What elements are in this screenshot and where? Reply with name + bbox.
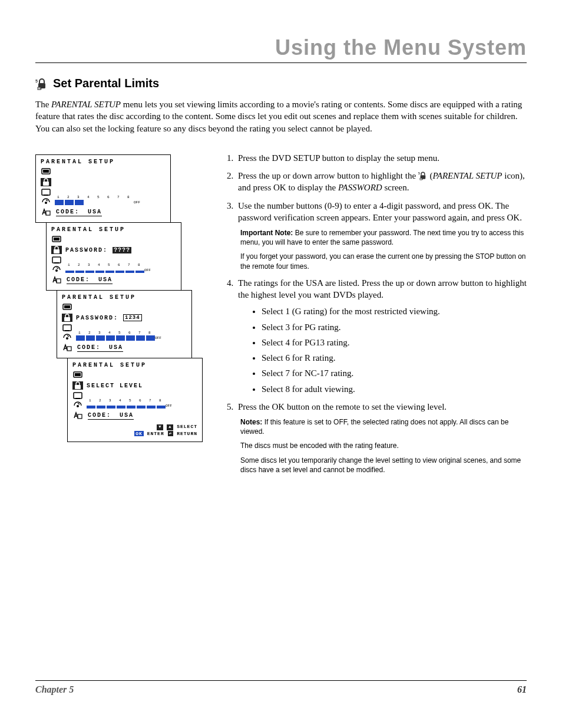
language-icon [51,276,62,284]
osd-title: PARENTAL SETUP [72,362,197,368]
note-label: Important Note: [240,229,293,237]
password-label: PASSWORD: [76,315,118,321]
lock-icon [72,381,83,390]
list-item: Select 4 for PG13 rating. [262,337,527,348]
list-item: Select 6 for R rating. [262,352,527,364]
step-1: Press the DVD SETUP button to display th… [236,152,527,164]
step-4: The ratings for the USA are listed. Pres… [236,277,527,395]
rating-bar: 1 2 3 4 5 6 7 8 OFF [55,200,166,205]
list-item: Select 1 (G rating) for the most restric… [262,305,527,317]
osd-title: PARENTAL SETUP [62,294,187,301]
down-arrow-icon: ▼ [157,424,163,430]
page-title: Using the Menu System [35,35,527,60]
code-row: CODE: USA [67,276,113,284]
section-heading: Set Parental Limits [53,77,159,90]
list-item: Select 8 for adult viewing. [262,383,527,395]
up-arrow-icon: ▲ [167,424,173,430]
list-item: Select 3 for PG rating. [262,321,527,333]
important-note: Important Note: Be sure to remember your… [240,228,527,271]
tv-icon [72,371,83,380]
password-label: PASSWORD: [65,247,108,253]
step-5: Press the OK button on the remote to set… [236,401,527,475]
tv-icon [62,304,72,312]
chapter-label: Chapter 5 [35,684,74,695]
display-icon [72,391,83,400]
note-extra: If you forget your password, you can era… [240,252,527,271]
page-footer: Chapter 5 61 [35,680,527,695]
password-value: ???? [113,247,131,253]
content-area: Set Parental Limits The PARENTAL SETUP m… [35,77,527,480]
code-row: CODE: USA [88,412,134,420]
step-2: Press the up or down arrow button to hig… [236,170,527,194]
note-label: Notes: [240,418,262,426]
page-number: 61 [517,684,527,695]
ok-button-icon: OK [134,431,144,436]
display-icon [62,324,72,332]
intro-menu-name: PARENTAL SETUP [51,100,121,109]
osd-nav-hints: ▼ ▲ SELECT OK ENTER ↶ RETURN [72,423,197,437]
osd-screenshots: PARENTAL SETUP 1 2 3 4 5 6 7 [35,152,200,442]
section-heading-row: Set Parental Limits [35,77,527,90]
hint-return: RETURN [177,431,197,436]
osd-screen-2: PARENTAL SETUP PASSWORD: ???? 1 2 [46,222,181,291]
audio-icon [72,401,83,410]
lock-icon [51,246,62,254]
osd-screen-3: PARENTAL SETUP PASSWORD: 1234 1 2 [57,290,192,358]
audio-icon [41,198,51,206]
list-item: Select 7 for NC-17 rating. [262,367,527,379]
osd-screen-1: PARENTAL SETUP 1 2 3 4 5 6 7 [35,154,171,223]
tv-icon [41,168,51,176]
display-icon [41,188,51,196]
parental-setup-label: PARENTAL SETUP [433,171,503,180]
note-text: The discs must be encoded with the ratin… [240,441,527,450]
password-label-italic: PASSWORD [338,183,382,192]
password-value: 1234 [123,314,142,321]
rating-bar: 1 2 3 4 5 6 7 8 OFF [65,268,176,273]
parental-lock-icon [35,77,48,90]
language-icon [62,344,72,352]
note-text: Some discs let you temporarily change th… [240,456,527,475]
audio-icon [62,334,72,342]
audio-icon [51,266,62,274]
hint-enter: ENTER [147,431,164,436]
language-icon [72,411,83,420]
code-row: CODE: USA [56,209,102,216]
tv-icon [51,236,62,244]
steps-column: Press the DVD SETUP button to display th… [218,152,527,480]
select-level-label: SELECT LEVEL [87,383,143,389]
osd-title: PARENTAL SETUP [41,159,166,165]
page-header: Using the Menu System [35,35,527,63]
display-icon [51,256,62,264]
return-icon: ↶ [168,431,174,436]
lock-icon [62,314,72,322]
language-icon [41,208,51,216]
notes: Notes: If this feature is set to OFF, th… [240,417,527,475]
intro-paragraph: The PARENTAL SETUP menu lets you set vie… [35,98,527,134]
osd-screen-4: PARENTAL SETUP SELECT LEVEL 1 2 3 [67,358,203,442]
hint-select: SELECT [177,424,197,429]
step-3: Use the number buttons (0-9) to enter a … [236,200,527,271]
rating-bar: 1 2 3 4 5 6 7 8 OFF [76,335,187,341]
two-column-layout: PARENTAL SETUP 1 2 3 4 5 6 7 [35,152,527,480]
rating-bar: 1 2 3 4 5 6 7 8 OFF [87,403,197,409]
parental-lock-icon [418,171,428,180]
intro-text: The [35,100,51,109]
lock-icon [41,178,51,186]
ratings-list: Select 1 (G rating) for the most restric… [238,305,527,395]
code-row: CODE: USA [77,344,123,352]
osd-title: PARENTAL SETUP [51,226,176,233]
